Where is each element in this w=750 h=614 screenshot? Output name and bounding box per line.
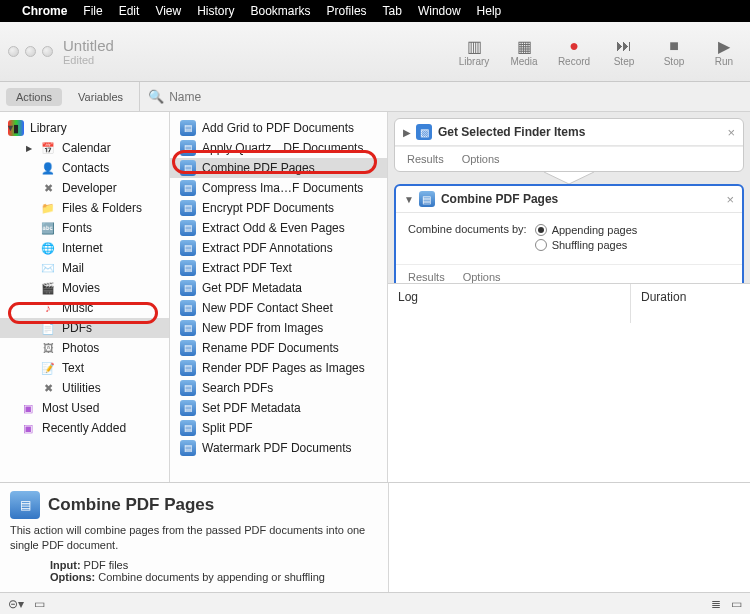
category-contacts[interactable]: 👤Contacts xyxy=(0,158,169,178)
radio-appending-pages[interactable]: Appending pages xyxy=(535,224,638,236)
media-button[interactable]: ▦ Media xyxy=(506,36,542,67)
action-new-pdf-contact-sheet[interactable]: ▤New PDF Contact Sheet xyxy=(170,298,387,318)
action-apply-quartz-df-documents[interactable]: ▤Apply Quartz…DF Documents xyxy=(170,138,387,158)
run-label: Run xyxy=(715,56,733,67)
action-set-pdf-metadata[interactable]: ▤Set PDF Metadata xyxy=(170,398,387,418)
action-label: Extract PDF Annotations xyxy=(202,241,333,255)
step-connector xyxy=(394,172,744,184)
smart-folder-most-used[interactable]: ▣Most Used xyxy=(0,398,169,418)
disclosure-icon[interactable]: ▼ xyxy=(6,123,15,133)
close-window-button[interactable] xyxy=(8,46,19,57)
action-compress-ima-f-documents[interactable]: ▤Compress Ima…F Documents xyxy=(170,178,387,198)
category-movies[interactable]: 🎬Movies xyxy=(0,278,169,298)
category-music[interactable]: ♪Music xyxy=(0,298,169,318)
action-combine-pdf-pages[interactable]: ▤Combine PDF Pages xyxy=(170,158,387,178)
category-files-folders[interactable]: 📁Files & Folders xyxy=(0,198,169,218)
category-label: Mail xyxy=(62,261,84,275)
log-column[interactable]: Log xyxy=(388,284,630,323)
smart-folder-recently-added[interactable]: ▣Recently Added xyxy=(0,418,169,438)
category-calendar[interactable]: ▶📅Calendar xyxy=(0,138,169,158)
log-view-button[interactable]: ≣ xyxy=(711,597,721,611)
action-split-pdf[interactable]: ▤Split PDF xyxy=(170,418,387,438)
menu-view[interactable]: View xyxy=(155,4,181,18)
radio-shuffle-label: Shuffling pages xyxy=(552,239,628,251)
step1-options-tab[interactable]: Options xyxy=(462,153,500,165)
library-root[interactable]: ▼ ▮ Library xyxy=(0,118,169,138)
status-bar: ⊝▾ ▭ ≣ ▭ xyxy=(0,592,750,614)
menu-edit[interactable]: Edit xyxy=(119,4,140,18)
category-internet[interactable]: 🌐Internet xyxy=(0,238,169,258)
show-description-button[interactable]: ▭ xyxy=(34,597,45,611)
library-icon: ▥ xyxy=(462,36,486,56)
settings-popup-button[interactable]: ⊝▾ xyxy=(8,597,24,611)
library-toggle-button[interactable]: ▥ Library xyxy=(456,36,492,67)
menu-bookmarks[interactable]: Bookmarks xyxy=(251,4,311,18)
action-extract-pdf-text[interactable]: ▤Extract PDF Text xyxy=(170,258,387,278)
category-pdfs[interactable]: 📄PDFs xyxy=(0,318,169,338)
action-get-pdf-metadata[interactable]: ▤Get PDF Metadata xyxy=(170,278,387,298)
action-icon: ▤ xyxy=(180,440,196,456)
variables-tab[interactable]: Variables xyxy=(68,88,133,106)
category-developer[interactable]: ✖︎Developer xyxy=(0,178,169,198)
step-button[interactable]: ⏭ Step xyxy=(606,36,642,67)
menu-app[interactable]: Chrome xyxy=(22,4,67,18)
duration-column[interactable]: Duration xyxy=(630,284,750,323)
stop-button[interactable]: ■ Stop xyxy=(656,36,692,67)
action-icon: ▤ xyxy=(180,300,196,316)
workflow-step-get-selected-finder-items[interactable]: ▶ ▧ Get Selected Finder Items × Results … xyxy=(394,118,744,172)
disclosure-icon[interactable]: ▶ xyxy=(26,144,32,153)
step2-options-tab[interactable]: Options xyxy=(463,271,501,283)
action-new-pdf-from-images[interactable]: ▤New PDF from Images xyxy=(170,318,387,338)
zoom-window-button[interactable] xyxy=(42,46,53,57)
info-title: Combine PDF Pages xyxy=(48,495,214,515)
pdf-icon: ▤ xyxy=(10,491,40,519)
minimize-window-button[interactable] xyxy=(25,46,36,57)
category-label: Utilities xyxy=(62,381,101,395)
macos-menubar: Chrome File Edit View History Bookmarks … xyxy=(0,0,750,22)
actions-tab[interactable]: Actions xyxy=(6,88,62,106)
category-icon: 📝 xyxy=(40,360,56,376)
radio-shuffling-pages[interactable]: Shuffling pages xyxy=(535,239,628,251)
step2-results-tab[interactable]: Results xyxy=(408,271,445,283)
menu-profiles[interactable]: Profiles xyxy=(327,4,367,18)
workflow-view-button[interactable]: ▭ xyxy=(731,597,742,611)
action-icon: ▤ xyxy=(180,120,196,136)
workflow-step-combine-pdf-pages[interactable]: ▼ ▤ Combine PDF Pages × Combine document… xyxy=(394,184,744,283)
category-text[interactable]: 📝Text xyxy=(0,358,169,378)
record-button[interactable]: ● Record xyxy=(556,36,592,67)
action-search-pdfs[interactable]: ▤Search PDFs xyxy=(170,378,387,398)
workflow-area: ▶ ▧ Get Selected Finder Items × Results … xyxy=(388,112,750,482)
menu-tab[interactable]: Tab xyxy=(383,4,402,18)
category-label: Movies xyxy=(62,281,100,295)
category-fonts[interactable]: 🔤Fonts xyxy=(0,218,169,238)
category-label: Developer xyxy=(62,181,117,195)
search-input[interactable] xyxy=(169,90,744,104)
search-field[interactable]: 🔍 xyxy=(139,82,744,111)
category-icon: 🌐 xyxy=(40,240,56,256)
disclosure-icon[interactable]: ▼ xyxy=(404,194,414,205)
action-extract-odd-even-pages[interactable]: ▤Extract Odd & Even Pages xyxy=(170,218,387,238)
action-label: Combine PDF Pages xyxy=(202,161,315,175)
window-title-block: Untitled Edited xyxy=(63,37,114,66)
action-label: Add Grid to PDF Documents xyxy=(202,121,354,135)
menu-history[interactable]: History xyxy=(197,4,234,18)
menu-window[interactable]: Window xyxy=(418,4,461,18)
run-button[interactable]: ▶ Run xyxy=(706,36,742,67)
step-label: Step xyxy=(614,56,635,67)
action-extract-pdf-annotations[interactable]: ▤Extract PDF Annotations xyxy=(170,238,387,258)
action-rename-pdf-documents[interactable]: ▤Rename PDF Documents xyxy=(170,338,387,358)
menu-help[interactable]: Help xyxy=(477,4,502,18)
action-info-panel: ▤ Combine PDF Pages This action will com… xyxy=(0,482,388,592)
action-render-pdf-pages-as-images[interactable]: ▤Render PDF Pages as Images xyxy=(170,358,387,378)
remove-step-button[interactable]: × xyxy=(726,192,734,207)
step1-results-tab[interactable]: Results xyxy=(407,153,444,165)
category-utilities[interactable]: ✖︎Utilities xyxy=(0,378,169,398)
menu-file[interactable]: File xyxy=(83,4,102,18)
action-add-grid-to-pdf-documents[interactable]: ▤Add Grid to PDF Documents xyxy=(170,118,387,138)
action-encrypt-pdf-documents[interactable]: ▤Encrypt PDF Documents xyxy=(170,198,387,218)
category-photos[interactable]: 🖼Photos xyxy=(0,338,169,358)
action-watermark-pdf-documents[interactable]: ▤Watermark PDF Documents xyxy=(170,438,387,458)
remove-step-button[interactable]: × xyxy=(727,125,735,140)
disclosure-icon[interactable]: ▶ xyxy=(403,127,411,138)
category-mail[interactable]: ✉️Mail xyxy=(0,258,169,278)
